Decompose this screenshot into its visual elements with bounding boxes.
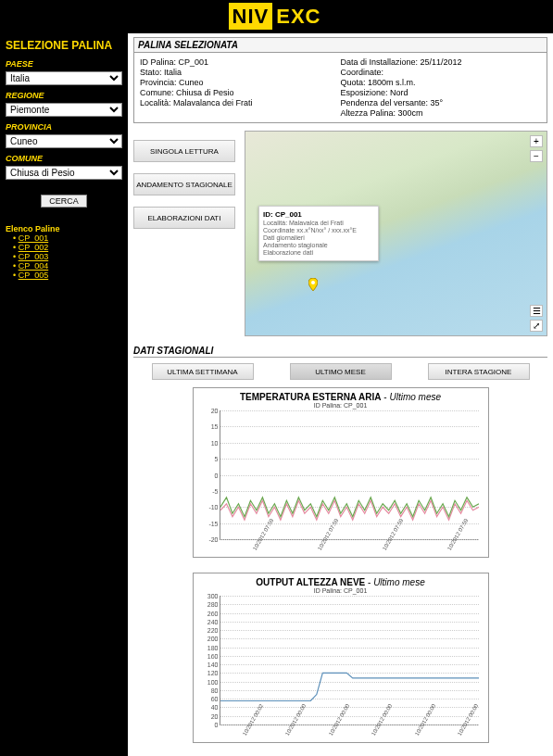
tab-row: ULTIMA SETTIMANA ULTIMO MESE INTERA STAG… <box>133 363 547 380</box>
sidebar: SELEZIONE PALINA PAESE Italia REGIONE Pi… <box>0 33 128 756</box>
tab-intera-stagione[interactable]: INTERA STAGIONE <box>428 363 530 380</box>
select-paese[interactable]: Italia <box>6 71 122 85</box>
palina-list: CP_001 CP_002 CP_003 CP_004 CP_005 <box>6 233 122 280</box>
main-content: PALINA SELEZIONATA ID Palina: CP_001 Sta… <box>128 33 553 756</box>
sidebar-title: SELEZIONE PALINA <box>6 39 122 52</box>
search-button[interactable]: CERCA <box>41 195 87 208</box>
panel-body: ID Palina: CP_001 Stato: Italia Provinci… <box>133 53 547 123</box>
panel-title: PALINA SELEZIONATA <box>133 37 547 53</box>
singola-lettura-button[interactable]: SINGOLA LETTURA <box>133 140 235 162</box>
tab-ultimo-mese[interactable]: ULTIMO MESE <box>290 363 392 380</box>
logo-part2: EXC <box>272 3 324 30</box>
label-provincia: PROVINCIA <box>6 122 122 132</box>
logo-part1: NIV <box>229 3 273 30</box>
chart-neve: OUTPUT ALTEZZA NEVE - Ultimo mese ID Pal… <box>193 573 489 743</box>
palina-list-title: Elenco Paline <box>6 224 122 233</box>
map-zoom-in-button[interactable]: + <box>530 135 543 147</box>
select-comune[interactable]: Chiusa di Pesio <box>6 166 122 180</box>
map-marker-icon <box>308 278 318 291</box>
map-popup: ID: CP_001 Località: Malavalca dei Frati… <box>258 206 379 261</box>
section-title: DATI STAGIONALI <box>133 346 547 358</box>
palina-link[interactable]: CP_004 <box>19 261 49 271</box>
svg-point-0 <box>311 281 315 284</box>
elaborazioni-button[interactable]: ELABORAZIONI DATI <box>133 207 235 229</box>
map-layers-button[interactable]: ☰ <box>530 305 543 317</box>
label-comune: COMUNE <box>6 154 122 163</box>
map[interactable]: ID: CP_001 Località: Malavalca dei Frati… <box>245 131 547 336</box>
palina-link[interactable]: CP_002 <box>19 243 49 252</box>
label-paese: PAESE <box>6 59 122 69</box>
palina-link[interactable]: CP_005 <box>19 271 49 280</box>
plot-temperatura: 20151050-5-10-15-2010/2012 07:5910/2012 … <box>220 410 479 540</box>
palina-link[interactable]: CP_003 <box>19 252 49 261</box>
tab-ultima-settimana[interactable]: ULTIMA SETTIMANA <box>152 363 254 380</box>
select-provincia[interactable]: Cuneo <box>6 134 122 148</box>
logo: NIVEXC <box>229 5 325 29</box>
map-full-button[interactable]: ⤢ <box>530 320 543 332</box>
select-regione[interactable]: Piemonte <box>6 103 122 117</box>
plot-neve: 3002802602402202001801601401201008060402… <box>220 596 479 725</box>
andamento-button[interactable]: ANDAMENTO STAGIONALE <box>133 173 235 195</box>
palina-link[interactable]: CP_001 <box>19 233 49 243</box>
chart-temperatura: TEMPERATURA ESTERNA ARIA - Ultimo mese I… <box>193 387 489 558</box>
panel-left: ID Palina: CP_001 Stato: Italia Provinci… <box>140 57 341 119</box>
label-regione: REGIONE <box>6 91 122 100</box>
app-header: NIVEXC <box>0 0 553 33</box>
panel-right: Data di Installazione: 25/11/2012 Coordi… <box>341 57 542 119</box>
map-zoom-out-button[interactable]: − <box>530 150 543 162</box>
action-buttons: SINGOLA LETTURA ANDAMENTO STAGIONALE ELA… <box>133 131 235 336</box>
